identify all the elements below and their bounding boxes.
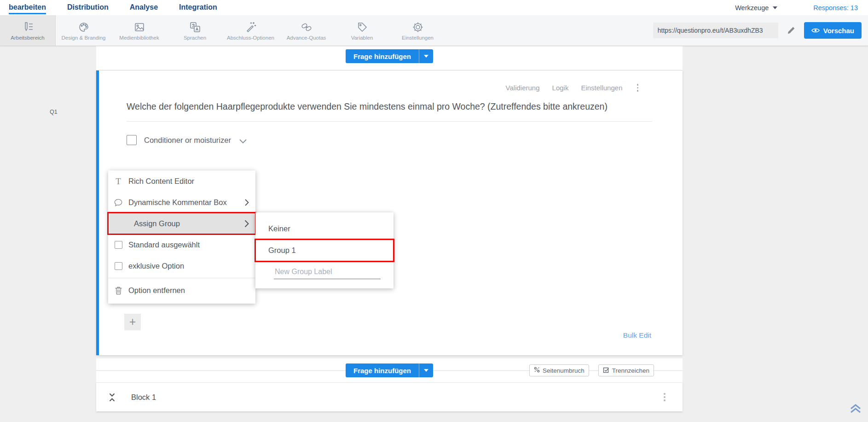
edit-url-pencil-icon[interactable] — [787, 26, 796, 35]
caret-down-icon — [773, 6, 777, 9]
add-question-strip-bottom: Frage hinzufügen Seitenumbruch — [96, 358, 683, 382]
caret-down-icon — [424, 369, 428, 372]
survey-editor-page: Q1 Frage hinzufügen Validierung Logik Ei… — [0, 46, 868, 422]
toolbar-item-design-branding[interactable]: Design & Branding — [56, 15, 111, 46]
editor-toolbar: Arbeitsbereich Design & Branding Medienb… — [0, 15, 868, 46]
responses-link[interactable]: Responses: 13 — [813, 4, 858, 12]
answer-option-row: Conditioner or moisturizer — [127, 135, 683, 145]
question-card: Validierung Logik Einstellungen Welche d… — [96, 70, 683, 355]
option-label[interactable]: Conditioner or moisturizer — [144, 136, 231, 145]
scroll-to-top-icon[interactable] — [850, 404, 862, 416]
toolbar-item-advance-quotas[interactable]: Advance-Quotas — [278, 15, 334, 46]
toolbar-item-label: Einstellungen — [402, 35, 434, 41]
submenu-item-group-1[interactable]: Group 1 — [255, 240, 393, 261]
werkzeuge-dropdown[interactable]: Werkzeuge — [735, 4, 777, 12]
add-question-dropdown-top[interactable] — [419, 49, 433, 63]
gear-icon — [411, 21, 424, 34]
add-question-dropdown-bottom[interactable] — [419, 363, 433, 377]
question-kebab-menu-icon[interactable] — [635, 83, 641, 93]
checked-box-icon — [603, 367, 609, 375]
toolbar-item-label: Medienbibliothek — [119, 35, 159, 41]
toolbar-item-label: Sprachen — [184, 35, 206, 41]
eye-icon — [811, 27, 820, 35]
toolbar-item-label: Variablen — [351, 35, 373, 41]
menu-item-label: Standard ausgewählt — [128, 240, 249, 249]
menu-item-dynamische-kommentar-box[interactable]: Dynamische Kommentar Box — [108, 192, 255, 213]
menu-item-label: Assign Group — [134, 219, 244, 228]
checkbox-icon — [114, 262, 123, 270]
tag-icon — [356, 21, 369, 34]
menu-item-exklusive-option[interactable]: exklusive Option — [108, 255, 255, 276]
vorschau-button[interactable]: Vorschau — [804, 22, 862, 39]
toolbar-item-label: Design & Branding — [62, 35, 106, 41]
add-question-strip-top: Frage hinzufügen — [96, 46, 683, 70]
toolbar-item-label: Advance-Quotas — [287, 35, 326, 41]
caret-down-icon — [424, 55, 428, 58]
bulk-edit-link[interactable]: Bulk Edit — [623, 331, 651, 340]
nav-tab-integration[interactable]: Integration — [179, 1, 217, 14]
toolbar-item-variablen[interactable]: Variablen — [334, 15, 390, 46]
menu-item-option-entfernen[interactable]: Option entfernen — [108, 280, 255, 301]
toolbar-item-sprachen[interactable]: Sprachen — [167, 15, 223, 46]
assign-group-submenu: Keiner Group 1 — [255, 212, 393, 288]
menu-item-label: Option entfernen — [128, 286, 249, 295]
validierung-link[interactable]: Validierung — [506, 84, 540, 92]
menu-item-label: Rich Content Editor — [128, 177, 249, 186]
menu-item-assign-group[interactable]: Assign Group — [108, 213, 255, 234]
rich-text-icon: T — [114, 177, 123, 186]
menu-item-label: Dynamische Kommentar Box — [128, 198, 245, 207]
option-context-menu: T Rich Content Editor Dynamische Komment… — [108, 170, 255, 304]
page-break-icon — [534, 367, 540, 374]
toolbar-item-medienbibliothek[interactable]: Medienbibliothek — [111, 15, 167, 46]
menu-divider — [108, 278, 255, 278]
card-gap — [96, 355, 683, 358]
palette-icon — [77, 21, 90, 34]
add-question-button-top[interactable]: Frage hinzufügen — [346, 49, 419, 63]
vorschau-label: Vorschau — [823, 27, 854, 35]
question-id-label: Q1 — [50, 109, 58, 115]
seitenumbruch-badge[interactable]: Seitenumbruch — [529, 364, 589, 376]
add-question-button-bottom[interactable]: Frage hinzufügen — [346, 363, 419, 377]
submenu-item-keiner[interactable]: Keiner — [255, 218, 393, 240]
seitenumbruch-label: Seitenumbruch — [543, 367, 584, 374]
add-option-button[interactable]: + — [124, 314, 141, 330]
new-group-label-input[interactable] — [274, 266, 381, 279]
toolbar-item-einstellungen[interactable]: Einstellungen — [390, 15, 446, 46]
option-chevron-down-icon[interactable] — [239, 139, 247, 144]
checkbox-icon — [114, 241, 123, 249]
wand-icon — [244, 21, 257, 34]
option-checkbox[interactable] — [127, 135, 137, 145]
question-text[interactable]: Welche der folgenden Haarpflegeprodukte … — [127, 99, 652, 122]
workspace-icon — [21, 21, 34, 34]
survey-url-input[interactable] — [653, 23, 778, 38]
image-icon — [133, 21, 146, 34]
menu-item-rich-content-editor[interactable]: T Rich Content Editor — [108, 170, 255, 192]
toolbar-item-label: Arbeitsbereich — [11, 35, 45, 41]
chevron-right-icon — [245, 199, 249, 206]
nav-tabs: bearbeiten Distribution Analyse Integrat… — [9, 1, 217, 14]
chevron-right-icon — [244, 220, 249, 228]
chain-icon — [300, 21, 313, 34]
toolbar-item-abschluss-optionen[interactable]: Abschluss-Optionen — [223, 15, 278, 46]
toolbar-item-arbeitsbereich[interactable]: Arbeitsbereich — [0, 15, 56, 46]
translate-icon — [189, 21, 202, 34]
nav-tab-bearbeiten[interactable]: bearbeiten — [9, 1, 46, 14]
menu-item-label: exklusive Option — [128, 262, 249, 270]
top-navigation: bearbeiten Distribution Analyse Integrat… — [0, 0, 868, 15]
trennzeichen-label: Trennzeichen — [612, 367, 649, 374]
nav-tab-analyse[interactable]: Analyse — [130, 1, 158, 14]
block-card: Block 1 — [96, 382, 683, 411]
collapse-block-icon[interactable] — [109, 393, 116, 402]
trennzeichen-badge[interactable]: Trennzeichen — [598, 364, 654, 376]
comment-icon — [114, 198, 123, 207]
block-kebab-menu-icon[interactable] — [662, 392, 667, 402]
einstellungen-link[interactable]: Einstellungen — [581, 84, 622, 92]
block-title[interactable]: Block 1 — [131, 393, 156, 402]
nav-tab-distribution[interactable]: Distribution — [67, 1, 109, 14]
menu-item-standard-ausgewaehlt[interactable]: Standard ausgewählt — [108, 234, 255, 255]
toolbar-item-label: Abschluss-Optionen — [227, 35, 274, 41]
logik-link[interactable]: Logik — [552, 84, 569, 92]
werkzeuge-label: Werkzeuge — [735, 4, 769, 12]
trash-icon — [114, 286, 123, 295]
